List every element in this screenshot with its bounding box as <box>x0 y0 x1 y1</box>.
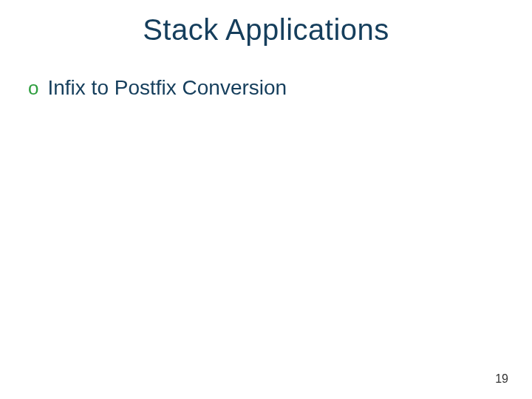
slide-content: o Infix to Postfix Conversion <box>0 47 532 100</box>
bullet-text: Infix to Postfix Conversion <box>47 76 287 100</box>
slide-container: Stack Applications o Infix to Postfix Co… <box>0 0 532 399</box>
page-number: 19 <box>495 372 508 386</box>
slide-title: Stack Applications <box>0 0 532 47</box>
bullet-marker-icon: o <box>28 78 38 98</box>
bullet-item: o Infix to Postfix Conversion <box>28 76 532 100</box>
